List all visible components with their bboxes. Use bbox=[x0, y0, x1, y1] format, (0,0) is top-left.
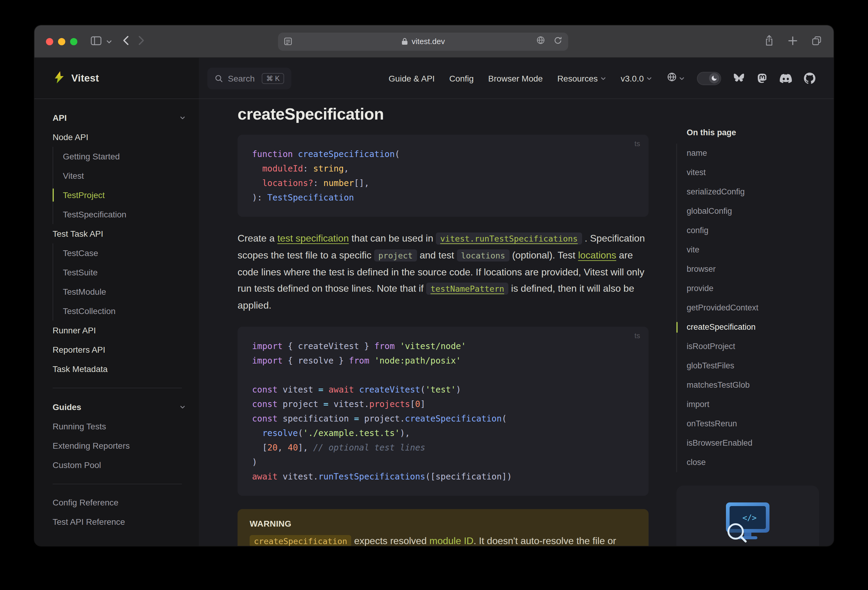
url-text: vitest.dev bbox=[412, 37, 445, 46]
nav-dropdown[interactable]: Resources bbox=[557, 73, 606, 83]
reload-icon[interactable] bbox=[554, 36, 562, 47]
browser-window: vitest.dev Vitest bbox=[34, 25, 834, 546]
language-icon bbox=[667, 72, 677, 85]
warning-title: WARNING bbox=[249, 519, 636, 528]
page-title: createSpecification bbox=[238, 105, 649, 124]
sidebar-section-header[interactable]: Guides bbox=[53, 397, 199, 417]
inline-link[interactable]: locations bbox=[578, 250, 616, 260]
sidebar: Vitest APINode APIGetting StartedVitestT… bbox=[34, 58, 199, 546]
brand-home-link[interactable]: Vitest bbox=[34, 58, 199, 99]
sidebar-item[interactable]: Runner API bbox=[53, 321, 199, 340]
outline-item[interactable]: matchesTestGlob bbox=[677, 376, 819, 395]
outline-item[interactable]: globalConfig bbox=[677, 202, 819, 221]
sidebar-item[interactable]: TestSpecification bbox=[63, 205, 199, 224]
outline-item[interactable]: provide bbox=[677, 279, 819, 298]
sidebar-item[interactable]: TestModule bbox=[63, 282, 199, 301]
new-tab-button[interactable] bbox=[788, 36, 797, 47]
inline-link[interactable]: vitest.runTestSpecifications bbox=[436, 232, 582, 244]
inline-link[interactable]: test specification bbox=[278, 233, 349, 243]
share-button[interactable] bbox=[765, 35, 774, 48]
discord-icon[interactable] bbox=[780, 72, 792, 84]
sidebar-item[interactable]: Reporters API bbox=[53, 340, 199, 359]
language-menu-button[interactable] bbox=[667, 72, 685, 85]
browser-toolbar: vitest.dev bbox=[34, 25, 834, 58]
back-button[interactable] bbox=[123, 35, 129, 47]
sidebar-item[interactable]: Vitest bbox=[63, 166, 199, 185]
sidebar-subgroup: TestCaseTestSuiteTestModuleTestCollectio… bbox=[53, 243, 199, 321]
search-button[interactable]: Search ⌘ K bbox=[207, 67, 291, 89]
sidebar-toggle-button[interactable] bbox=[91, 36, 102, 47]
sidebar-item[interactable]: Extending Reporters bbox=[53, 436, 199, 455]
outline-item[interactable]: name bbox=[677, 144, 819, 163]
chevron-down-icon bbox=[180, 108, 186, 127]
minimize-window-button[interactable] bbox=[58, 38, 65, 45]
sidebar-item[interactable]: Getting Started bbox=[63, 147, 199, 166]
doc-article: createSpecification ts function createSp… bbox=[238, 105, 649, 546]
sidebar-item[interactable]: Node API bbox=[53, 127, 199, 147]
sidebar-item[interactable]: Test Task API bbox=[53, 224, 199, 243]
sidebar-nav: APINode APIGetting StartedVitestTestProj… bbox=[34, 99, 199, 531]
sidebar-item[interactable]: TestSuite bbox=[63, 263, 199, 282]
lock-icon bbox=[402, 37, 408, 45]
divider bbox=[53, 484, 182, 484]
nav-link[interactable]: Config bbox=[449, 74, 474, 83]
translate-icon[interactable] bbox=[536, 35, 545, 47]
address-bar[interactable]: vitest.dev bbox=[278, 32, 568, 50]
outline-item[interactable]: isRootProject bbox=[677, 337, 819, 356]
brand-name: Vitest bbox=[71, 72, 99, 84]
sidebar-item[interactable]: Custom Pool bbox=[53, 455, 199, 475]
vitest-logo-icon bbox=[53, 71, 66, 86]
nav-link[interactable]: Guide & API bbox=[389, 74, 435, 83]
sponsor-card[interactable]: </> bbox=[676, 486, 819, 546]
code-block-signature: ts function createSpecification( moduleI… bbox=[238, 135, 649, 217]
zoom-window-button[interactable] bbox=[70, 38, 77, 45]
search-label: Search bbox=[228, 74, 255, 83]
outline-item[interactable]: createSpecification bbox=[677, 318, 819, 337]
code-lang-badge: ts bbox=[634, 331, 640, 340]
outline-item[interactable]: browser bbox=[677, 260, 819, 279]
forward-button[interactable] bbox=[139, 35, 145, 47]
sidebar-item[interactable]: TestCase bbox=[63, 243, 199, 263]
inline-link[interactable]: module ID bbox=[430, 536, 474, 546]
sidebar-item[interactable]: TestProject bbox=[63, 185, 199, 205]
nav-dropdown[interactable]: v3.0.0 bbox=[621, 73, 652, 83]
plus-icon bbox=[788, 36, 797, 47]
tab-groups-chevron-button[interactable] bbox=[106, 37, 112, 46]
doc-paragraph: Create a test specification that can be … bbox=[238, 230, 649, 313]
svg-text:</>: </> bbox=[743, 513, 757, 522]
warning-callout: WARNING createSpecification expects reso… bbox=[238, 509, 649, 546]
outline-item[interactable]: getProvidedContext bbox=[677, 298, 819, 318]
outline-item[interactable]: config bbox=[677, 221, 819, 240]
outline-item[interactable]: vitest bbox=[677, 163, 819, 182]
outline-item[interactable]: onTestsRerun bbox=[677, 414, 819, 434]
tab-overview-button[interactable] bbox=[812, 36, 821, 47]
sidebar-item[interactable]: Running Tests bbox=[53, 417, 199, 436]
github-icon[interactable] bbox=[804, 72, 815, 84]
code-listing: function createSpecification( moduleId: … bbox=[252, 147, 634, 205]
close-window-button[interactable] bbox=[46, 38, 53, 45]
sidebar-item[interactable]: Config Reference bbox=[53, 493, 199, 512]
sidebar-item[interactable]: Task Metadata bbox=[53, 359, 199, 379]
sidebar-item[interactable]: Test API Reference bbox=[53, 512, 199, 531]
outline-title: On this page bbox=[676, 124, 819, 141]
on-this-page: On this page namevitestserializedConfigg… bbox=[676, 124, 819, 546]
page-settings-icon[interactable] bbox=[284, 37, 292, 45]
sidebar-item[interactable]: TestCollection bbox=[63, 301, 199, 321]
outline-item[interactable]: globTestFiles bbox=[677, 356, 819, 376]
top-navbar: Search ⌘ K Guide & APIConfigBrowser Mode… bbox=[199, 58, 834, 99]
theme-toggle[interactable] bbox=[697, 72, 721, 85]
sidebar-subgroup: Getting StartedVitestTestProjectTestSpec… bbox=[53, 147, 199, 224]
inline-link[interactable]: testNamePattern bbox=[426, 282, 508, 295]
outline-item[interactable]: serializedConfig bbox=[677, 182, 819, 202]
chevron-down-icon bbox=[180, 397, 186, 417]
outline-item[interactable]: vite bbox=[677, 240, 819, 260]
inline-code: project bbox=[374, 249, 417, 262]
divider bbox=[53, 388, 182, 388]
outline-item[interactable]: isBrowserEnabled bbox=[677, 434, 819, 453]
mastodon-icon[interactable] bbox=[757, 72, 768, 84]
nav-link[interactable]: Browser Mode bbox=[488, 74, 543, 83]
bluesky-icon[interactable] bbox=[733, 73, 745, 83]
outline-item[interactable]: close bbox=[677, 453, 819, 472]
outline-item[interactable]: import bbox=[677, 395, 819, 414]
sidebar-section-header[interactable]: API bbox=[53, 107, 199, 127]
